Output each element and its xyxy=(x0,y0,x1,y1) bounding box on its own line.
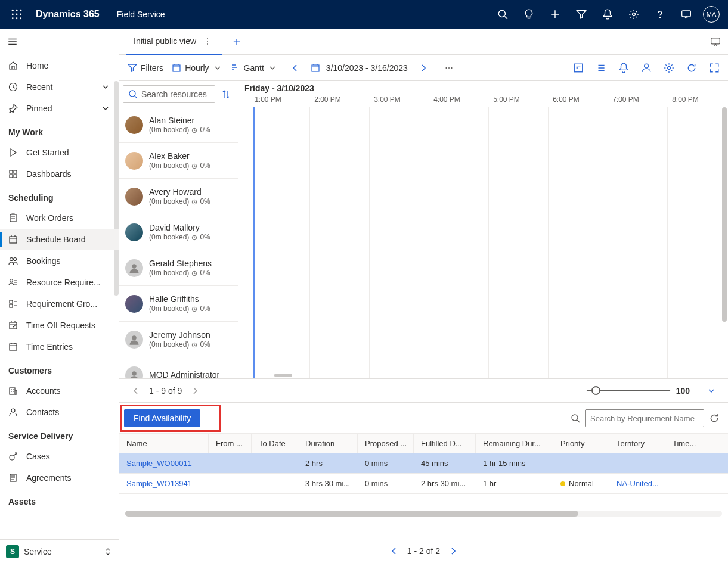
grid-body[interactable] xyxy=(238,107,728,378)
sort-resources-button[interactable] xyxy=(218,85,234,103)
bell-icon[interactable] xyxy=(594,0,621,29)
col-name[interactable]: Name xyxy=(119,434,209,453)
resource-row[interactable]: Halle Griffiths (0m booked) 0% xyxy=(119,286,238,322)
nav-bookings[interactable]: Bookings xyxy=(0,250,119,272)
resource-row[interactable]: Jeremy Johnson (0m booked) 0% xyxy=(119,322,238,357)
requirement-row[interactable]: Sample_WO13941 3 hrs 30 mi... 0 mins 2 h… xyxy=(119,474,728,494)
alert-icon[interactable] xyxy=(618,63,629,73)
filters-button[interactable]: Filters xyxy=(128,63,163,73)
resource-row[interactable]: MOD Administrator xyxy=(119,357,238,378)
requirements-horizontal-scroll[interactable] xyxy=(119,509,728,519)
area-switcher[interactable]: S Service xyxy=(0,539,119,563)
resource-row[interactable]: Alex Baker (0m booked) 0% xyxy=(119,143,238,179)
col-remaining[interactable]: Remaining Dur... xyxy=(476,434,553,453)
nav-get-started[interactable]: Get Started xyxy=(0,142,119,163)
requirement-row[interactable]: Sample_WO00011 2 hrs 0 mins 45 mins 1 hr… xyxy=(119,453,728,474)
prev-range-button[interactable] xyxy=(286,61,305,75)
person-icon[interactable] xyxy=(641,63,652,73)
grid-horizontal-scroll[interactable] xyxy=(274,374,292,377)
col-time[interactable]: Time... xyxy=(665,434,701,453)
resource-row[interactable]: David Mallory (0m booked) 0% xyxy=(119,214,238,250)
fullscreen-icon[interactable] xyxy=(709,63,720,73)
list-icon[interactable] xyxy=(596,63,606,73)
board-tab-active[interactable]: Initial public view ⋮ xyxy=(126,29,222,55)
zoom-slider[interactable] xyxy=(587,390,670,391)
time-grid[interactable]: Friday - 3/10/2023 1:00 PM2:00 PM3:00 PM… xyxy=(238,81,728,378)
gear-icon[interactable] xyxy=(621,0,647,29)
user-avatar[interactable]: MA xyxy=(703,6,720,23)
nav-time-off-requests[interactable]: Time Off Requests xyxy=(0,315,119,336)
resource-row[interactable]: Gerald Stephens (0m booked) 0% xyxy=(119,250,238,286)
col-territory[interactable]: Territory xyxy=(609,434,665,453)
col-duration[interactable]: Duration xyxy=(298,434,358,453)
pager-prev[interactable] xyxy=(131,386,141,396)
add-tab-button[interactable]: ＋ xyxy=(222,33,251,49)
nav-pinned[interactable]: Pinned xyxy=(0,98,119,119)
nav-work-orders[interactable]: Work Orders xyxy=(0,207,119,229)
toolbar-overflow[interactable]: ⋯ xyxy=(441,63,457,73)
search-requirements-input[interactable] xyxy=(585,409,704,427)
lightbulb-icon[interactable] xyxy=(516,0,542,29)
next-range-button[interactable] xyxy=(414,61,433,75)
req-territory[interactable]: NA-United... xyxy=(609,474,665,493)
nav-requirement-groups[interactable]: Requirement Gro... xyxy=(0,293,119,315)
assistant-panel-icon[interactable] xyxy=(710,36,721,47)
settings-icon[interactable] xyxy=(664,63,674,73)
brand-name[interactable]: Dynamics 365 xyxy=(29,9,107,20)
grid-vertical-scroll[interactable] xyxy=(722,107,727,360)
req-pager-prev[interactable] xyxy=(389,546,399,556)
col-to[interactable]: To Date xyxy=(252,434,298,453)
col-fulfilled[interactable]: Fulfilled D... xyxy=(414,434,476,453)
search-resources-input[interactable]: Search resources xyxy=(123,85,215,103)
nav-recent[interactable]: Recent xyxy=(0,76,119,98)
date-range-label[interactable]: 3/10/2023 - 3/16/2023 xyxy=(326,63,408,73)
col-proposed[interactable]: Proposed ... xyxy=(358,434,414,453)
sidebar-collapse-toggle[interactable] xyxy=(0,29,119,55)
app-launcher[interactable] xyxy=(5,9,29,20)
col-from[interactable]: From ... xyxy=(209,434,252,453)
req-remaining: 1 hr xyxy=(476,474,553,493)
nav-accounts[interactable]: Accounts xyxy=(0,380,119,402)
app-name[interactable]: Field Service xyxy=(107,10,175,19)
add-icon[interactable] xyxy=(542,0,568,29)
refresh-icon[interactable] xyxy=(686,63,697,73)
resource-row[interactable]: Avery Howard (0m booked) 0% xyxy=(119,179,238,214)
pager-label: 1 - 9 of 9 xyxy=(149,386,182,396)
req-name[interactable]: Sample_WO00011 xyxy=(119,453,209,473)
nav-time-entries[interactable]: Time Entries xyxy=(0,336,119,357)
svg-point-9 xyxy=(498,10,505,17)
req-territory[interactable] xyxy=(609,453,665,473)
col-priority[interactable]: Priority xyxy=(553,434,609,453)
find-availability-button[interactable]: Find Availability xyxy=(124,409,200,427)
pager-expand-icon[interactable] xyxy=(707,386,716,396)
pager-next[interactable] xyxy=(190,386,200,396)
area-label: Service xyxy=(24,547,52,556)
date-range-picker: 3/10/2023 - 3/16/2023 xyxy=(286,61,433,75)
assistant-icon[interactable] xyxy=(673,0,699,29)
gantt-dropdown[interactable]: Gantt xyxy=(231,63,277,73)
group-service-delivery: Service Delivery xyxy=(0,423,119,446)
svg-rect-16 xyxy=(10,175,13,178)
help-icon[interactable] xyxy=(647,0,673,29)
filter-icon[interactable] xyxy=(568,0,594,29)
resource-name: Halle Griffiths xyxy=(149,294,210,304)
resource-name: Alex Baker xyxy=(149,151,210,161)
resource-row[interactable]: Alan Steiner (0m booked) 0% xyxy=(119,107,238,143)
req-pager-next[interactable] xyxy=(448,546,458,556)
nav-schedule-board[interactable]: Schedule Board xyxy=(0,229,119,250)
req-name[interactable]: Sample_WO13941 xyxy=(119,474,209,493)
nav-cases[interactable]: Cases xyxy=(0,446,119,467)
calendar-icon[interactable] xyxy=(311,63,320,73)
nav-contacts[interactable]: Contacts xyxy=(0,402,119,423)
nav-home[interactable]: Home xyxy=(0,55,119,76)
book-icon[interactable] xyxy=(573,63,584,73)
nav-dashboards[interactable]: Dashboards xyxy=(0,163,119,185)
refresh-requirements-icon[interactable] xyxy=(709,413,720,424)
resource-avatar xyxy=(125,331,143,349)
hourly-dropdown[interactable]: Hourly xyxy=(172,63,222,73)
nav-agreements[interactable]: Agreements xyxy=(0,467,119,489)
tab-more-icon[interactable]: ⋮ xyxy=(200,36,215,46)
hour-label: 4:00 PM xyxy=(417,95,477,107)
search-icon[interactable] xyxy=(490,0,516,29)
nav-resource-requirements[interactable]: Resource Require... xyxy=(0,272,119,293)
